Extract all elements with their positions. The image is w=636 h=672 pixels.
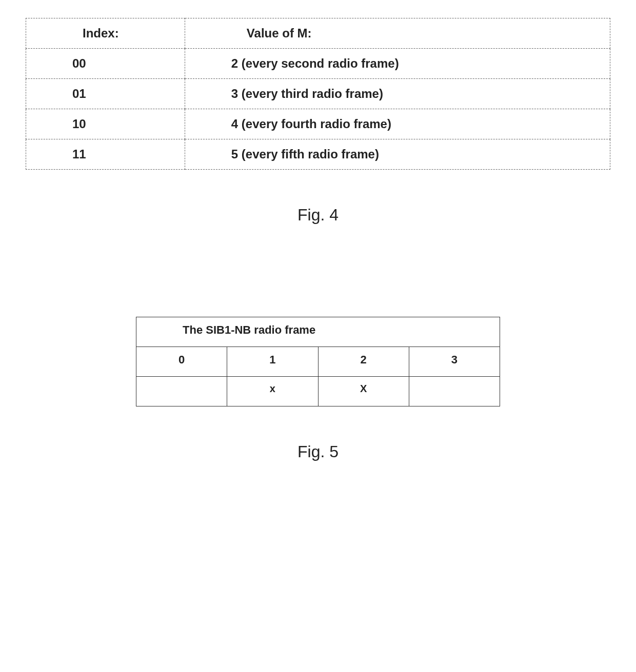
cell-value: 4 (every fourth radio frame) <box>185 109 610 139</box>
cell-col-2: 2 <box>318 347 409 377</box>
cell-value: 3 (every third radio frame) <box>185 79 610 109</box>
figure-5-caption: Fig. 5 <box>0 442 636 461</box>
header-index: Index: <box>26 18 185 49</box>
table-header-row: Index: Value of M: <box>26 18 610 49</box>
cell-value: 2 (every second radio frame) <box>185 49 610 79</box>
cell-value: 5 (every fifth radio frame) <box>185 139 610 170</box>
table-header-row: The SIB1-NB radio frame <box>136 317 500 347</box>
header-value: Value of M: <box>185 18 610 49</box>
cell-x-0 <box>136 377 227 406</box>
sib1-nb-table: The SIB1-NB radio frame 0 1 2 3 x X <box>136 317 500 406</box>
cell-col-0: 0 <box>136 347 227 377</box>
index-value-table: Index: Value of M: 00 2 (every second ra… <box>26 18 610 170</box>
cell-index: 00 <box>26 49 185 79</box>
cell-index: 01 <box>26 79 185 109</box>
table-row: 0 1 2 3 <box>136 347 500 377</box>
cell-col-1: 1 <box>227 347 318 377</box>
cell-col-3: 3 <box>409 347 500 377</box>
cell-x-2: X <box>318 377 409 406</box>
table-row: 01 3 (every third radio frame) <box>26 79 610 109</box>
table-row: 00 2 (every second radio frame) <box>26 49 610 79</box>
cell-x-1: x <box>227 377 318 406</box>
cell-index: 10 <box>26 109 185 139</box>
cell-x-3 <box>409 377 500 406</box>
table-row: 10 4 (every fourth radio frame) <box>26 109 610 139</box>
table-row: x X <box>136 377 500 406</box>
figure-4-caption: Fig. 4 <box>0 206 636 225</box>
cell-index: 11 <box>26 139 185 170</box>
table-row: 11 5 (every fifth radio frame) <box>26 139 610 170</box>
table-title-cell: The SIB1-NB radio frame <box>136 317 500 347</box>
